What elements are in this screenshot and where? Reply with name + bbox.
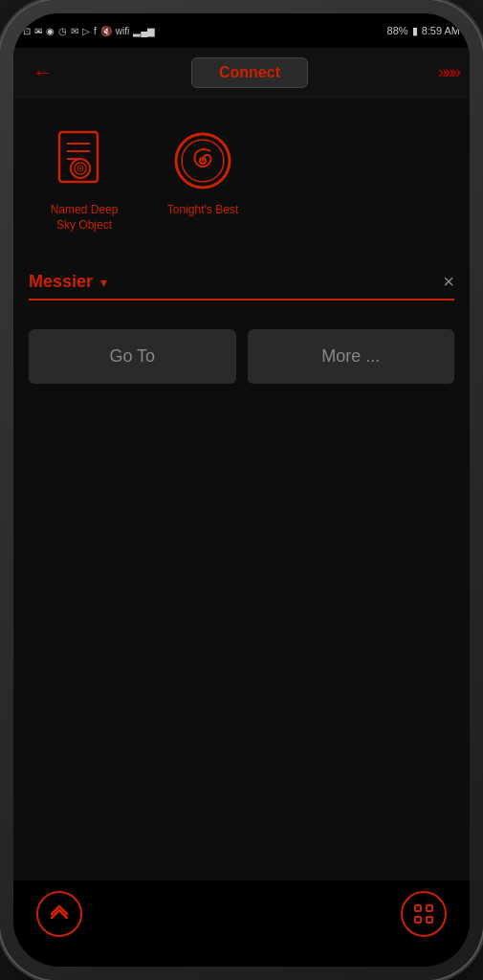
- messier-label: Messier: [29, 272, 93, 292]
- clock-icon: ◷: [58, 26, 67, 36]
- chevron-up-icon: [48, 902, 71, 925]
- phone-frame: ⊡ ✉̶ ◉ ◷ ✉ ▷ f 🔇 wifi ▂▄▆ 88% ▮ 8:59 AM: [0, 0, 483, 980]
- battery-icon: ▮: [412, 25, 418, 37]
- scroll-up-button[interactable]: [36, 891, 82, 937]
- wifi-icon: wifi: [116, 26, 129, 36]
- tonights-best-label: Tonight's Best: [167, 203, 238, 218]
- tonights-best-icon: [168, 126, 237, 195]
- filter-row: Messier ▾ ×: [29, 271, 454, 301]
- status-bar: ⊡ ✉̶ ◉ ◷ ✉ ▷ f 🔇 wifi ▂▄▆ 88% ▮ 8:59 AM: [13, 13, 470, 48]
- time-display: 8:59 AM: [422, 25, 460, 36]
- mute-icon: 🔇: [100, 26, 112, 36]
- main-content: Named DeepSky Object: [13, 98, 470, 880]
- play-icon: ▷: [82, 26, 90, 36]
- grid-icon: [412, 902, 435, 925]
- signal-icon: ▂▄▆: [133, 26, 155, 36]
- grid-menu-button[interactable]: [401, 891, 447, 937]
- status-right: 88% ▮ 8:59 AM: [387, 25, 460, 37]
- email-icon: ✉: [71, 26, 78, 36]
- svg-point-11: [202, 160, 204, 162]
- fb-icon: f: [94, 26, 97, 36]
- svg-rect-12: [415, 905, 421, 911]
- bottom-nav: [13, 880, 470, 967]
- svg-point-7: [79, 167, 81, 169]
- phone-screen: ⊡ ✉̶ ◉ ◷ ✉ ▷ f 🔇 wifi ▂▄▆ 88% ▮ 8:59 AM: [13, 13, 470, 967]
- connect-button[interactable]: Connect: [191, 57, 308, 88]
- battery-percent: 88%: [387, 25, 408, 36]
- tonights-best-item[interactable]: Tonight's Best: [155, 126, 251, 233]
- back-button[interactable]: ←: [25, 56, 61, 89]
- named-deep-sky-item[interactable]: Named DeepSky Object: [36, 126, 132, 233]
- app-header: ← Connect »»»: [13, 48, 470, 98]
- whatsapp-icon: ◉: [46, 26, 55, 36]
- named-deep-sky-icon: [50, 126, 119, 195]
- mail-cross-icon: ✉̶: [34, 26, 42, 36]
- action-buttons-row: Go To More ...: [29, 329, 454, 384]
- dropdown-arrow-icon[interactable]: ▾: [100, 275, 107, 290]
- goto-button[interactable]: Go To: [29, 329, 236, 384]
- clear-filter-button[interactable]: ×: [443, 271, 454, 293]
- named-deep-sky-label: Named DeepSky Object: [51, 203, 119, 233]
- status-icons-left: ⊡ ✉̶ ◉ ◷ ✉ ▷ f 🔇 wifi ▂▄▆: [23, 26, 155, 36]
- forward-button[interactable]: »»»: [438, 62, 458, 82]
- screen-content: ⊡ ✉̶ ◉ ◷ ✉ ▷ f 🔇 wifi ▂▄▆ 88% ▮ 8:59 AM: [13, 13, 470, 967]
- svg-rect-15: [427, 917, 432, 923]
- category-icons-row: Named DeepSky Object: [29, 117, 454, 242]
- svg-rect-13: [415, 917, 421, 923]
- photo-icon: ⊡: [23, 26, 31, 36]
- more-button[interactable]: More ...: [248, 329, 455, 384]
- svg-rect-14: [427, 905, 432, 911]
